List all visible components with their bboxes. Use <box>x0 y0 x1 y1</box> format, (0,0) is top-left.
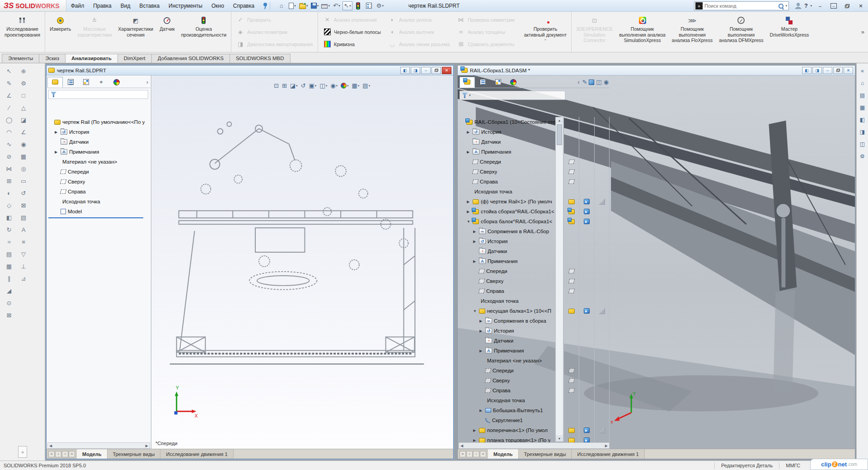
view-settings-button[interactable]: ▤▾ <box>361 82 371 89</box>
collapsed-arrow-icon[interactable]: ▶ <box>467 200 471 204</box>
ribbon-button-simulationxpress[interactable]: Помощник выполнения анализа SimulationXp… <box>616 13 669 51</box>
tree-item-Датчики[interactable]: ◔Датчики <box>55 137 150 147</box>
rib-tool[interactable]: ∥ <box>4 273 14 283</box>
tree-item-чертеж[interactable]: чертеж Rail (По умолчанию<<По у <box>48 117 150 127</box>
ribbon-button-floxpress[interactable]: ⋙Помощник выполнения анализа FloXpress <box>669 13 716 51</box>
tree-item-Сверху[interactable]: Сверху <box>473 276 555 286</box>
doc-nav-3[interactable]: » <box>69 451 75 457</box>
scene-tool[interactable]: ▦ <box>18 151 29 161</box>
tab-dimxpert[interactable]: DimXpert <box>117 54 152 63</box>
tree-item-Примечания[interactable]: ▶AПримечания <box>55 147 150 157</box>
tree-item-Спереди[interactable]: Спереди <box>473 266 555 276</box>
tree-item-Примечания[interactable]: ▶AПримечания <box>473 256 555 266</box>
new-document-button[interactable]: ▾ <box>287 1 297 10</box>
ribbon-button-sensor[interactable]: Датчик <box>156 13 178 51</box>
doc-tab-исследование-движения-1[interactable]: Исследование движения 1 <box>160 449 233 459</box>
panel-tab-configuration-manager[interactable] <box>78 77 94 88</box>
scroll-up-icon[interactable]: ▲ <box>556 117 563 123</box>
collapsed-arrow-icon[interactable]: ▶ <box>479 349 483 353</box>
ribbon-button-verify[interactable]: ✓Проверить <box>234 14 315 26</box>
tree-item-Сверху[interactable]: Сверху <box>55 177 150 187</box>
cube-icon[interactable] <box>588 79 595 85</box>
display-style-icon[interactable]: ◫ <box>595 78 602 86</box>
restore-button[interactable] <box>833 67 843 74</box>
close-button[interactable]: ✕ <box>442 67 451 74</box>
tree-item-Материал[interactable]: Материал <не указан> <box>55 157 150 167</box>
scroll-left-icon[interactable]: ◀ <box>460 444 463 448</box>
eye-icon[interactable]: ◉ <box>603 78 610 86</box>
doc-nav-1[interactable]: ‹ <box>466 451 473 457</box>
tree-item-Model[interactable]: Model <box>55 207 150 216</box>
ribbon-button-draft-analysis[interactable]: ◗Анализ уклона <box>385 14 452 26</box>
select-cursor-button[interactable]: ↖▾ <box>343 1 352 10</box>
component-tool[interactable]: □ <box>18 90 29 100</box>
collapsed-arrow-icon[interactable]: ▶ <box>479 329 483 333</box>
tree-item-Примечания[interactable]: ▶AПримечания <box>479 346 555 356</box>
menu-item-4[interactable]: Инструменты <box>164 0 207 11</box>
ribbon-button-curvature[interactable]: Кривизна <box>320 38 384 50</box>
tab-solidworks-mbd[interactable]: SOLIDWORKS MBD <box>230 54 291 63</box>
tree-item-Справа[interactable]: Справа <box>55 187 150 197</box>
home-button[interactable]: ⌂ <box>277 1 286 10</box>
tree-item-История[interactable]: ▶↺История <box>473 236 555 246</box>
tree-item-Примечания[interactable]: ▶AПримечания <box>467 147 555 157</box>
spline-tool[interactable]: ∿ <box>4 139 14 149</box>
tree-item-История[interactable]: ▶↺История <box>479 326 555 336</box>
tree-item-Датчики[interactable]: ◔Датчики <box>473 246 555 256</box>
rollback-bar[interactable] <box>48 217 143 218</box>
section-view-button[interactable]: ◪▾ <box>289 82 299 89</box>
extrude-tool[interactable]: ◧ <box>4 212 14 222</box>
expanded-arrow-icon[interactable]: ▼ <box>467 220 471 224</box>
ribbon-button-parting-line-analysis[interactable]: ◡Анализ линии разъема <box>385 38 452 50</box>
tree-item-Исходная[interactable]: Исходная точка <box>479 395 555 405</box>
scroll-down-icon[interactable]: ▼ <box>556 435 563 442</box>
graphics-area-2d[interactable]: Y X *Спереди ⊡⊞◪▾↺▣▾◫▾◉▾▾▦▾▤▾ *Спереди <box>152 75 453 449</box>
tree-filter[interactable] <box>48 90 148 99</box>
doc-tab-модель[interactable]: Модель <box>488 449 519 459</box>
pin-icon[interactable] <box>262 2 268 9</box>
collapsed-arrow-icon[interactable]: ▶ <box>55 130 59 134</box>
panel-expand-chevron[interactable]: › <box>145 79 150 85</box>
ribbon-button-symmetry-check[interactable]: ⋈Проверка симметрии <box>454 14 517 26</box>
panel-tab-dimxpert-manager[interactable]: ⌖ <box>94 77 109 88</box>
trim-tool[interactable]: ⊘ <box>4 151 14 161</box>
doc-tab-трехмерные-виды[interactable]: Трехмерные виды <box>108 449 161 459</box>
section-tool[interactable]: ◪ <box>18 115 29 125</box>
caret-down-icon[interactable]: ▾ <box>784 4 788 8</box>
tree-item-Справа[interactable]: Справа <box>473 286 555 296</box>
ribbon-button-check-active-document[interactable]: Проверить активный документ⌄ <box>521 13 570 51</box>
tree-item-Датчики[interactable]: ◔Датчики <box>479 336 555 346</box>
revolve-tool[interactable]: ↻ <box>4 225 14 235</box>
tree-item-несущая[interactable]: ▼несущая балка<1> (10<<П <box>473 306 555 316</box>
tree-item-Сверху[interactable]: Сверху <box>479 376 555 385</box>
collapsed-arrow-icon[interactable]: ▶ <box>479 319 483 323</box>
chamfer-tool[interactable]: ◇ <box>4 200 14 210</box>
ribbon-button-section-properties[interactable]: ◩Характеристики сечения <box>115 13 156 51</box>
magnifier-icon[interactable] <box>778 3 784 9</box>
scroll-right-icon[interactable]: ▶ <box>605 444 608 448</box>
collapsed-arrow-icon[interactable]: ▶ <box>467 210 471 214</box>
settings-pane[interactable]: ⚙ <box>859 152 867 160</box>
minimize-button[interactable]: – <box>421 67 431 74</box>
doc-nav-3[interactable]: » <box>480 451 486 457</box>
tree-item-Справа[interactable]: Справа <box>467 177 555 187</box>
doc-nav-2[interactable]: › <box>62 451 68 457</box>
tree-hscrollbar[interactable]: ◀ ▶ <box>459 442 610 449</box>
collapsed-arrow-icon[interactable]: ▶ <box>55 150 59 154</box>
annotation-tool[interactable]: A <box>18 225 29 235</box>
menu-item-2[interactable]: Вид <box>116 0 135 11</box>
collapsed-arrow-icon[interactable]: ▶ <box>473 438 477 442</box>
ribbon-button-dfmxpress[interactable]: ✓Помощник выполнения анализа DFMXpress <box>716 13 766 51</box>
scroll-thumb[interactable] <box>557 124 562 145</box>
open-button[interactable]: ▾ <box>298 1 309 10</box>
doc-tab-исследование-движения-1[interactable]: Исследование движения 1 <box>572 449 644 459</box>
shell-tool[interactable]: ▦ <box>4 261 14 271</box>
tree-item-История[interactable]: ▶↺История <box>467 127 555 137</box>
menu-item-0[interactable]: Файл <box>66 0 89 11</box>
tree-filter[interactable]: ▾ <box>460 91 565 100</box>
panel-tab-featuremanager-assembly[interactable] <box>460 77 475 88</box>
tree-item-Спереди[interactable]: Спереди <box>479 366 555 376</box>
custom-properties[interactable]: ◫ <box>859 140 867 148</box>
design-library[interactable]: ▤ <box>859 91 867 99</box>
exploded-view-tool[interactable]: △ <box>18 103 29 113</box>
